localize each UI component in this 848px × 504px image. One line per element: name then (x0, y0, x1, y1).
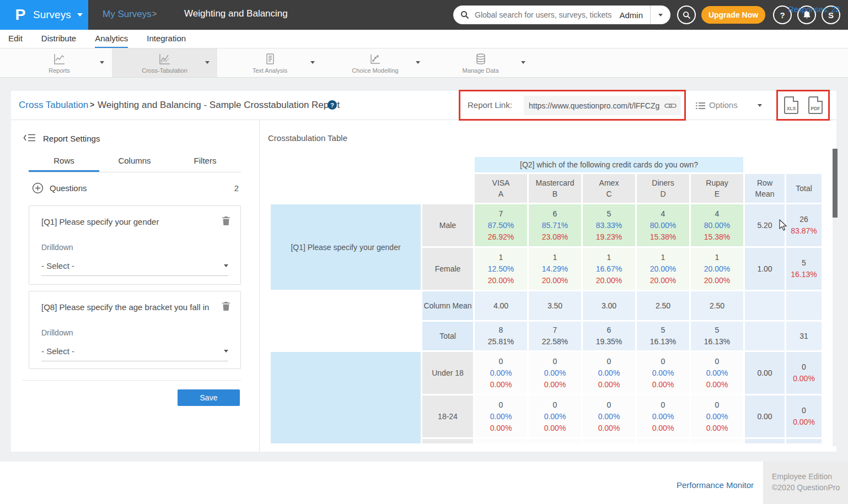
topbar: P Surveys My Surveys > Weighting and Bal… (0, 0, 848, 30)
chevron-down-icon[interactable] (416, 61, 420, 64)
column-header: RupayE (691, 174, 743, 203)
questions-row: Questions 2 (32, 182, 241, 196)
data-cell: 583.33%19.23% (583, 204, 635, 246)
data-cell: 00.00%0.00% (637, 395, 689, 437)
data-cell (529, 439, 581, 443)
add-question-button[interactable] (32, 182, 44, 196)
grand-total-cell: 31 (786, 322, 822, 350)
performance-monitor-link[interactable]: Performance Monitor (677, 480, 754, 490)
save-button[interactable]: Save (178, 389, 240, 406)
nav-edit[interactable]: Edit (8, 30, 23, 48)
product-switcher[interactable]: P Surveys (0, 0, 88, 30)
divider (22, 380, 241, 381)
toolbar-text-analysis[interactable]: Text Analysis (217, 48, 323, 77)
product-label: Surveys (33, 9, 71, 21)
app-window: P Surveys My Surveys > Weighting and Bal… (0, 0, 848, 504)
row-total-cell: 00.00% (786, 395, 822, 437)
drilldown-select[interactable]: - Select - (41, 341, 228, 361)
chevron-down-icon[interactable] (758, 104, 762, 107)
options-list-icon[interactable] (696, 102, 705, 112)
data-cell: 00.00%0.00% (583, 352, 635, 394)
toolbar-reports[interactable]: Reports (7, 48, 112, 77)
select-value: - Select - (41, 261, 74, 270)
row-mean-cell (745, 439, 785, 443)
trash-icon[interactable] (222, 216, 230, 228)
report-settings-title: Report Settings (43, 134, 100, 143)
row-total-cell: 516.13% (786, 248, 822, 290)
column-mean-cell: 2.50 (691, 291, 743, 320)
data-cell: 480.00%15.38% (691, 204, 743, 246)
chevron-down-icon[interactable] (100, 61, 104, 64)
trash-icon[interactable] (222, 301, 230, 313)
question-card: [Q8] Please specify the age bracket you … (29, 291, 241, 369)
column-header: DinersD (637, 174, 689, 203)
row-header: Male (422, 204, 473, 246)
data-cell: 00.00%0.00% (691, 352, 743, 394)
summary-row-header: Column Mean (422, 291, 473, 320)
drilldown-select[interactable]: - Select - (41, 256, 228, 276)
search-scope-label: Admin (619, 10, 650, 20)
data-cell: 00.00%0.00% (529, 352, 581, 394)
data-cell: 480.00%15.38% (637, 204, 689, 246)
data-cell: 685.71%23.08% (529, 204, 581, 246)
search-button[interactable] (677, 6, 696, 24)
survey-nav: EditDistributeAnalyticsIntegration (0, 30, 848, 48)
tab-rows[interactable]: Rows (29, 156, 99, 172)
questions-count: 2 (234, 183, 239, 193)
nav-distribute[interactable]: Distribute (41, 30, 76, 48)
help-icon[interactable]: ? (328, 100, 337, 110)
analytics-toolbar: ReportsCross-TabulationText AnalysisChoi… (0, 48, 848, 78)
toolbar-cross-tabulation[interactable]: Cross-Tabulation (112, 48, 217, 77)
title-separator: > (90, 100, 94, 109)
column-mean-cell: 3.00 (583, 291, 635, 320)
crosstab-table: [Q2] which of the following credit cards… (269, 155, 823, 443)
group-label: [Q1] Please specify your gender (271, 204, 421, 290)
column-total-cell: 516.13% (637, 322, 689, 350)
collapse-sidebar-icon[interactable] (23, 133, 36, 144)
text-analysis-icon (264, 52, 277, 66)
cross-tabulation-link[interactable]: Cross Tabulation (19, 100, 88, 111)
drilldown-label: Drilldown (41, 328, 73, 337)
report-link-label: Report Link: (468, 100, 512, 110)
data-cell (583, 439, 635, 443)
nav-integration[interactable]: Integration (147, 30, 186, 48)
upgrade-now-button[interactable]: Upgrade Now (701, 6, 765, 24)
chevron-down-icon[interactable] (521, 61, 525, 64)
search-scope-dropdown[interactable] (651, 6, 670, 24)
row-mean-cell: 1.00 (745, 248, 785, 290)
row-total-cell (786, 439, 822, 443)
chevron-down-icon (224, 350, 228, 353)
manage-data-icon (474, 52, 487, 66)
questions-label: Questions (50, 183, 87, 193)
link-icon[interactable] (664, 102, 677, 110)
export-xls-button[interactable]: XLS (784, 96, 798, 114)
row-header: Female (422, 248, 473, 290)
chevron-down-icon[interactable] (310, 61, 315, 64)
data-cell: 787.50%26.92% (475, 204, 527, 246)
data-cell: 120.00%20.00% (637, 248, 689, 290)
scrollbar-track[interactable] (833, 149, 838, 446)
global-search-input[interactable] (474, 10, 619, 20)
data-cell: 114.29%20.00% (529, 248, 581, 290)
column-total-cell: 516.13% (691, 322, 743, 350)
chevron-down-icon[interactable] (205, 61, 210, 64)
row-mean-cell: 0.00 (745, 395, 785, 437)
report-link-url[interactable]: https://www.questionpro.com/t/lFFCZg (529, 101, 664, 110)
nav-analytics[interactable]: Analytics (95, 30, 128, 48)
toolbar-choice-modelling[interactable]: Choice Modelling (323, 48, 428, 77)
copyright-line: ©2020 QuestionPro (772, 482, 848, 493)
blank-cell (271, 291, 421, 320)
search-icon (460, 10, 469, 19)
panel-divider (259, 120, 260, 452)
row-total-cell: 00.00% (786, 352, 822, 394)
tab-columns[interactable]: Columns (99, 156, 170, 172)
export-pdf-button[interactable]: PDF (808, 96, 823, 114)
edition-line: Employee Edition (772, 471, 848, 482)
tab-filters[interactable]: Filters (170, 156, 240, 172)
toolbar-manage-data[interactable]: Manage Data (428, 48, 533, 77)
options-button[interactable]: Options (709, 100, 738, 110)
scrollbar-thumb[interactable] (833, 149, 838, 218)
breadcrumb-my-surveys[interactable]: My Surveys (103, 9, 152, 20)
data-cell (475, 439, 527, 443)
report-link-field[interactable]: https://www.questionpro.com/t/lFFCZg (524, 96, 681, 115)
